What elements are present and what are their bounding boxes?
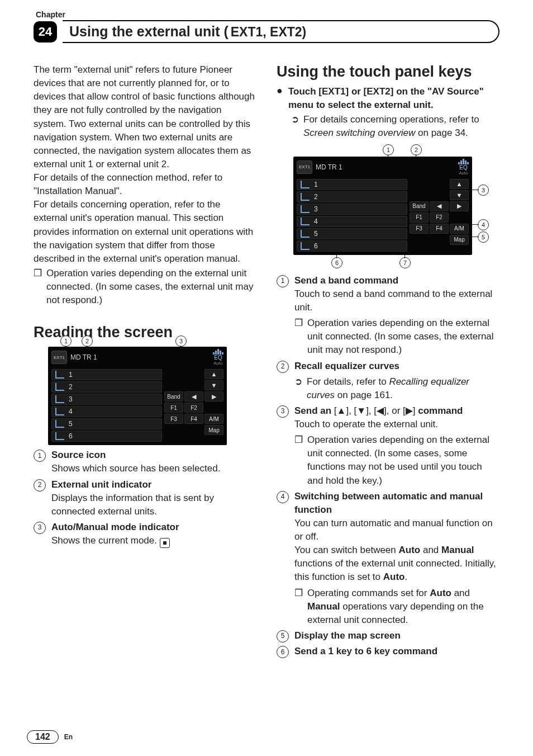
- touch-item-desc: You can turn automatic and manual functi…: [294, 517, 499, 544]
- source-icon: EXT1: [297, 160, 312, 174]
- callout-r1: 1: [383, 144, 394, 155]
- touch-item-ref: For details, refer to Recalling equalize…: [307, 375, 499, 402]
- page-number: 142: [27, 730, 59, 744]
- stop-icon: [160, 538, 170, 548]
- chapter-header: 24 Using the external unit (EXT1, EXT2): [34, 20, 499, 43]
- callout-3: 3: [175, 336, 187, 347]
- status-text: MD TR 1: [316, 163, 342, 171]
- chapter-number-badge: 24: [34, 21, 57, 42]
- callout-r4: 4: [478, 219, 489, 230]
- touch-item-title: Recall equalizer curves: [294, 360, 499, 373]
- language-label: En: [64, 733, 73, 741]
- am-button[interactable]: A/M: [204, 414, 223, 424]
- left-button[interactable]: ◀: [430, 201, 449, 211]
- intro-note: Operation varies depending on the extern…: [46, 267, 256, 307]
- band-button[interactable]: Band: [410, 201, 429, 211]
- callout-r5: 5: [478, 231, 489, 243]
- enum-marker: 3: [277, 405, 289, 418]
- list-item[interactable]: 2: [297, 191, 407, 202]
- touch-item-note: Operating commands set for Auto and Manu…: [307, 587, 499, 627]
- reading-item-desc: Shows the current mode.: [51, 534, 179, 548]
- f3-button[interactable]: F3: [410, 224, 429, 234]
- callout-2: 2: [82, 336, 93, 347]
- list-item[interactable]: 1: [297, 179, 407, 190]
- control-pad: ▲ ▼ Band ◀ ▶ F1 F2 F3 F4 A/M Map: [410, 179, 469, 252]
- device-screenshot-left: EXT1 MD TR 1 EQ Auto 1 2 3 4: [48, 347, 227, 445]
- f2-button[interactable]: F2: [430, 212, 449, 223]
- touch-item-desc2: You can switch between Auto and Manual f…: [294, 544, 499, 584]
- list-item[interactable]: 3: [297, 204, 407, 215]
- band-button[interactable]: Band: [164, 391, 183, 401]
- f4-button[interactable]: F4: [430, 224, 449, 234]
- up-button[interactable]: ▲: [204, 369, 223, 379]
- bullet-icon: ●: [277, 85, 283, 97]
- preset-list: 1 2 3 4 5 6: [51, 369, 162, 442]
- down-button[interactable]: ▼: [204, 380, 223, 390]
- list-item[interactable]: 5: [51, 418, 162, 429]
- am-button[interactable]: A/M: [450, 224, 469, 234]
- source-icon: EXT1: [51, 351, 67, 364]
- f2-button[interactable]: F2: [184, 403, 203, 413]
- right-column: Using the touch panel keys ● Touch [EXT1…: [277, 63, 499, 658]
- reading-item-desc: Displays the information that is sent by…: [51, 492, 256, 518]
- enum-marker: 1: [34, 450, 46, 462]
- note-bullet-icon: ❐: [34, 267, 42, 307]
- left-column: The term "external unit" refers to futur…: [34, 63, 256, 658]
- down-button[interactable]: ▼: [450, 190, 469, 200]
- reading-item-desc: Shows which source has been selected.: [51, 462, 220, 475]
- list-item[interactable]: 1: [51, 369, 162, 380]
- left-button[interactable]: ◀: [184, 391, 203, 401]
- enum-marker: 3: [34, 522, 46, 534]
- list-item[interactable]: 4: [297, 216, 407, 227]
- status-text: MD TR 1: [70, 353, 97, 361]
- touch-lead: Touch [EXT1] or [EXT2] on the "AV Source…: [288, 85, 499, 112]
- reference-arrow-icon: ➲: [294, 375, 302, 402]
- callout-r7: 7: [399, 257, 411, 268]
- touch-heading: Using the touch panel keys: [277, 63, 499, 81]
- touch-item-desc: Touch to send a band command to the exte…: [294, 287, 499, 314]
- map-button[interactable]: Map: [450, 235, 469, 245]
- callout-1: 1: [60, 336, 72, 347]
- touch-item-title: Switching between automatic and manual f…: [294, 490, 499, 517]
- reading-item-title: External unit indicator: [51, 478, 256, 492]
- f4-button[interactable]: F4: [184, 414, 203, 424]
- map-button[interactable]: Map: [204, 425, 223, 435]
- note-bullet-icon: ❐: [294, 587, 303, 627]
- list-item[interactable]: 5: [297, 228, 407, 239]
- chapter-title: Using the external unit (EXT1, EXT2): [63, 20, 499, 43]
- eq-indicator: EQ Auto: [213, 349, 223, 366]
- enum-marker: 2: [34, 479, 46, 492]
- list-item[interactable]: 6: [51, 431, 162, 442]
- reading-item-title: Auto/Manual mode indicator: [51, 521, 179, 534]
- list-item[interactable]: 3: [51, 394, 162, 405]
- touch-item-title: Display the map screen: [294, 629, 401, 642]
- callout-r3: 3: [478, 185, 489, 196]
- touch-item-desc: Touch to operate the external unit.: [294, 418, 499, 431]
- list-item[interactable]: 2: [51, 381, 162, 393]
- note-bullet-icon: ❐: [294, 433, 303, 488]
- enum-marker: 4: [277, 491, 289, 503]
- intro-paragraph-3: For details concerning operation, refer …: [34, 198, 256, 266]
- eq-indicator[interactable]: EQ Auto: [458, 159, 469, 176]
- touch-item-note: Operation varies depending on the extern…: [307, 433, 499, 488]
- device-screenshot-right: EXT1 MD TR 1 EQ Auto 1 2 3 4: [293, 157, 472, 255]
- f3-button[interactable]: F3: [164, 414, 183, 424]
- enum-marker: 2: [277, 361, 289, 373]
- control-pad: ▲ ▼ Band ◀ ▶ F1 F2 F3 F4 A/M Map: [164, 369, 223, 442]
- chapter-label: Chapter: [36, 10, 499, 19]
- f1-button[interactable]: F1: [164, 403, 183, 413]
- reference-arrow-icon: ➲: [291, 113, 299, 140]
- right-button[interactable]: ▶: [204, 391, 223, 401]
- touch-item-title: Send a 1 key to 6 key command: [294, 645, 437, 658]
- note-bullet-icon: ❐: [294, 316, 303, 357]
- list-item[interactable]: 6: [297, 240, 407, 252]
- right-button[interactable]: ▶: [450, 201, 469, 211]
- list-item[interactable]: 4: [51, 406, 162, 417]
- preset-list: 1 2 3 4 5 6: [297, 179, 407, 252]
- up-button[interactable]: ▲: [450, 179, 469, 189]
- f1-button[interactable]: F1: [410, 212, 429, 223]
- callout-r6: 6: [331, 257, 342, 268]
- touch-subnote: For details concerning operations, refer…: [303, 113, 499, 140]
- callout-r2: 2: [411, 144, 422, 155]
- enum-marker: 5: [277, 630, 289, 642]
